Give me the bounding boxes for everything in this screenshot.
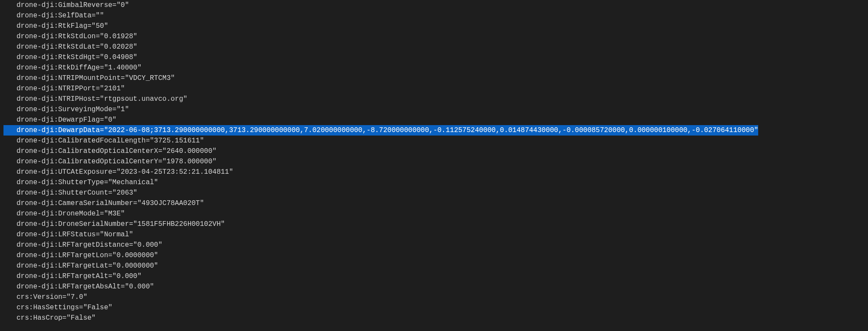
- code-line[interactable]: drone-dji:DewarpFlag="0": [0, 115, 868, 125]
- code-line[interactable]: drone-dji:LRFTargetDistance="0.000": [0, 240, 868, 250]
- code-line[interactable]: drone-dji:LRFTargetLon="0.0000000": [0, 250, 868, 261]
- code-line[interactable]: drone-dji:RtkDiffAge="1.40000": [0, 63, 868, 73]
- code-line[interactable]: drone-dji:NTRIPPort="2101": [0, 83, 868, 94]
- selected-line[interactable]: drone-dji:DewarpData="2022-06-08;3713.29…: [3, 125, 758, 136]
- code-line[interactable]: drone-dji:CalibratedFocalLength="3725.15…: [0, 136, 868, 146]
- code-line[interactable]: drone-dji:SelfData="": [0, 10, 868, 21]
- code-line[interactable]: drone-dji:NTRIPMountPoint="VDCY_RTCM3": [0, 73, 868, 83]
- code-line[interactable]: drone-dji:CalibratedOpticalCenterX="2640…: [0, 146, 868, 156]
- code-line[interactable]: drone-dji:RtkStdHgt="0.04908": [0, 52, 868, 63]
- code-line[interactable]: crs:HasCrop="False": [0, 313, 868, 323]
- code-line[interactable]: drone-dji:ShutterType="Mechanical": [0, 177, 868, 188]
- code-line[interactable]: crs:Version="7.0": [0, 292, 868, 302]
- code-line[interactable]: drone-dji:LRFTargetAlt="0.000": [0, 271, 868, 281]
- code-line[interactable]: drone-dji:RtkFlag="50": [0, 21, 868, 31]
- code-line[interactable]: drone-dji:RtkStdLon="0.01928": [0, 31, 868, 42]
- code-line[interactable]: drone-dji:LRFStatus="Normal": [0, 229, 868, 240]
- code-line[interactable]: drone-dji:RtkStdLat="0.02028": [0, 42, 868, 52]
- code-line[interactable]: drone-dji:DroneSerialNumber="1581F5FHB22…: [0, 219, 868, 229]
- code-line[interactable]: drone-dji:SurveyingMode="1": [0, 104, 868, 115]
- code-line[interactable]: drone-dji:LRFTargetLat="0.0000000": [0, 261, 868, 271]
- code-line[interactable]: drone-dji:LRFTargetAbsAlt="0.000": [0, 281, 868, 292]
- code-line[interactable]: crs:HasSettings="False": [0, 302, 868, 313]
- code-line[interactable]: drone-dji:DewarpData="2022-06-08;3713.29…: [0, 125, 868, 136]
- code-line[interactable]: drone-dji:CameraSerialNumber="493OJC78AA…: [0, 198, 868, 209]
- code-line[interactable]: drone-dji:DroneModel="M3E": [0, 209, 868, 219]
- code-line[interactable]: drone-dji:GimbalReverse="0": [0, 0, 868, 10]
- code-editor[interactable]: drone-dji:GimbalReverse="0"drone-dji:Sel…: [0, 0, 868, 323]
- code-line[interactable]: drone-dji:NTRIPHost="rtgpsout.unavco.org…: [0, 94, 868, 104]
- code-line[interactable]: drone-dji:ShutterCount="2063": [0, 188, 868, 198]
- code-line[interactable]: drone-dji:CalibratedOpticalCenterY="1978…: [0, 156, 868, 167]
- code-line[interactable]: drone-dji:UTCAtExposure="2023-04-25T23:5…: [0, 167, 868, 177]
